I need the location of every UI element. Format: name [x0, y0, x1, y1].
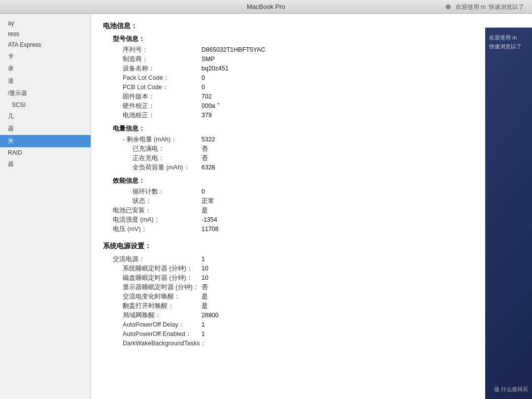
ac-change-wake-row: 交流电变化时唤醒： 是	[103, 292, 520, 301]
logo-text: 值 什么值得买	[494, 386, 528, 393]
auto-poweroff-enabled-label: AutoPowerOff Enabled：	[103, 330, 201, 338]
display-sleep-row: 显示器睡眠定时器 (分钟)： 否	[103, 283, 520, 292]
network-wake-row: 局域网唤醒： 28800	[103, 311, 520, 320]
sidebar-item-ata[interactable]: ATA Express	[0, 39, 91, 50]
darkwake-row: DarkWakeBackgroundTasks：	[103, 339, 520, 348]
fully-charged-row: 已充满电： 否	[103, 144, 520, 154]
lid-open-wake-label: 翻盖打开时唤醒：	[103, 302, 201, 310]
sidebar-item-channel[interactable]: 道	[0, 75, 91, 87]
installed-value: 是	[201, 206, 520, 215]
battery-cal-label: 电池校正：	[103, 111, 201, 120]
disk-sleep-row: 磁盘睡眠定时器 (分钟)： 10	[103, 273, 520, 283]
cycle-count-value: 0	[201, 188, 520, 195]
browse-text: 快速浏览以了	[489, 3, 524, 11]
sidebar-item-card[interactable]: 卡	[0, 50, 91, 63]
bottom-right-logo: 值 什么值得买	[494, 386, 528, 393]
device-name-row: 设备名称： bq20z451	[103, 64, 520, 73]
sidebar-item-ress[interactable]: ress	[0, 29, 91, 39]
auto-poweroff-delay-row: AutoPowerOff Delay： 1	[103, 320, 520, 330]
sidebar-item-display[interactable]: /显示器	[0, 87, 91, 100]
lid-open-wake-value: 是	[201, 302, 520, 310]
remaining-label: - 剩余电量 (mAh)：	[103, 135, 201, 144]
battery-info-title: 电量信息：	[103, 124, 520, 133]
manufacturer-label: 制造商：	[103, 55, 201, 64]
charging-row: 正在充电： 否	[103, 154, 520, 163]
disk-sleep-label: 磁盘睡眠定时器 (分钟)：	[103, 274, 201, 282]
full-capacity-label: 全负荷容量 (mAh)：	[103, 164, 201, 172]
fully-charged-label: 已充满电：	[103, 145, 201, 153]
current-row: 电流强度 (mA)： -1354	[103, 215, 520, 225]
manufacturer-value: SMP	[201, 56, 520, 63]
sidebar-item-qi2[interactable]: 器	[0, 158, 91, 170]
sidebar-item-scsi[interactable]: SCSI	[0, 100, 91, 110]
auto-poweroff-enabled-row: AutoPowerOff Enabled： 1	[103, 330, 520, 339]
ac-power-label: 交流电源：	[103, 255, 201, 264]
sidebar: ay ress ATA Express 卡 录 道 /显示器 SCSI 几 器 …	[0, 14, 91, 399]
pack-lot-value: 0	[201, 74, 520, 81]
current-label: 电流强度 (mA)：	[103, 216, 201, 224]
full-capacity-value: 6328	[201, 164, 520, 171]
pcb-lot-value: 0	[201, 84, 520, 91]
system-sleep-label: 系统睡眠定时器 (分钟)：	[103, 265, 201, 273]
current-value: -1354	[201, 216, 520, 223]
voltage-label: 电压 (mV)：	[103, 225, 201, 233]
sidebar-item-rec[interactable]: 录	[0, 63, 91, 75]
sidebar-item-ay[interactable]: ay	[0, 18, 91, 29]
voltage-value: 11708	[201, 226, 520, 233]
ac-power-value: 1	[201, 256, 520, 263]
titlebar-right: 欢迎使用 m 快速浏览以了	[446, 0, 524, 14]
welcome-text: 欢迎使用 m	[456, 3, 486, 11]
status-row: 状态： 正常	[103, 197, 520, 206]
hw-cal-value: 000a ˅	[201, 102, 520, 109]
manufacturer-row: 制造商： SMP	[103, 55, 520, 64]
window-title: MacBook Pro	[247, 3, 285, 10]
lid-open-wake-row: 翻盖打开时唤醒： 是	[103, 301, 520, 311]
auto-poweroff-enabled-value: 1	[201, 331, 520, 337]
system-sleep-value: 10	[201, 265, 520, 272]
auto-poweroff-delay-value: 1	[201, 321, 520, 328]
hw-cal-row: 硬件校正： 000a ˅	[103, 101, 520, 111]
firmware-value: 702	[201, 93, 520, 100]
sidebar-item-qi[interactable]: 器	[0, 123, 91, 135]
power-settings-title: 系统电源设置：	[103, 242, 520, 251]
full-capacity-row: 全负荷容量 (mAh)： 6328	[103, 163, 520, 172]
system-sleep-row: 系统睡眠定时器 (分钟)： 10	[103, 264, 520, 273]
status-value: 正常	[201, 197, 520, 205]
battery-cal-value: 379	[201, 112, 520, 119]
serial-number-row: 序列号： D865032T1HBFT5YAC	[103, 45, 520, 55]
charging-label: 正在充电：	[103, 154, 201, 163]
network-wake-label: 局域网唤醒：	[103, 311, 201, 320]
main-layout: ay ress ATA Express 卡 录 道 /显示器 SCSI 几 器 …	[0, 14, 532, 399]
remaining-row: - 剩余电量 (mAh)： 5322	[103, 135, 520, 144]
pack-lot-label: Pack Lot Code：	[103, 74, 201, 82]
sidebar-item-ji[interactable]: 几	[0, 110, 91, 123]
efficiency-title: 效能信息：	[103, 176, 520, 185]
browser-welcome: 欢迎使用 m	[489, 33, 517, 42]
ac-power-row: 交流电源： 1	[103, 255, 520, 264]
titlebar: MacBook Pro 欢迎使用 m 快速浏览以了	[0, 0, 532, 14]
charging-value: 否	[201, 154, 520, 163]
voltage-row: 电压 (mV)： 11708	[103, 225, 520, 234]
serial-value: D865032T1HBFT5YAC	[201, 46, 520, 53]
firmware-label: 固件版本：	[103, 93, 201, 101]
battery-cal-row: 电池校正： 379	[103, 111, 520, 120]
ac-change-wake-value: 是	[201, 293, 520, 301]
remaining-value: 5322	[201, 136, 520, 143]
firmware-row: 固件版本： 702	[103, 92, 520, 101]
darkwake-label: DarkWakeBackgroundTasks：	[103, 339, 206, 348]
pcb-lot-row: PCB Lot Code： 0	[103, 83, 520, 92]
display-sleep-label: 显示器睡眠定时器 (分钟)：	[103, 283, 201, 292]
device-name-value: bq20z451	[201, 65, 520, 72]
sidebar-item-raid[interactable]: RAID	[0, 147, 91, 158]
installed-label: 电池已安装：	[103, 206, 201, 215]
sidebar-item-active[interactable]: 夹	[0, 135, 91, 147]
browser-browse: 快速浏览以了	[489, 42, 522, 51]
serial-label: 序列号：	[103, 46, 201, 54]
content-area[interactable]: 电池信息： 型号信息： 序列号： D865032T1HBFT5YAC 制造商： …	[91, 14, 532, 399]
installed-row: 电池已安装： 是	[103, 206, 520, 215]
network-wake-value: 28800	[201, 312, 520, 319]
display-sleep-value: 否	[201, 283, 520, 292]
device-name-label: 设备名称：	[103, 65, 201, 73]
browser-panel: 欢迎使用 m 快速浏览以了	[485, 28, 532, 399]
hw-cal-label: 硬件校正：	[103, 102, 201, 110]
